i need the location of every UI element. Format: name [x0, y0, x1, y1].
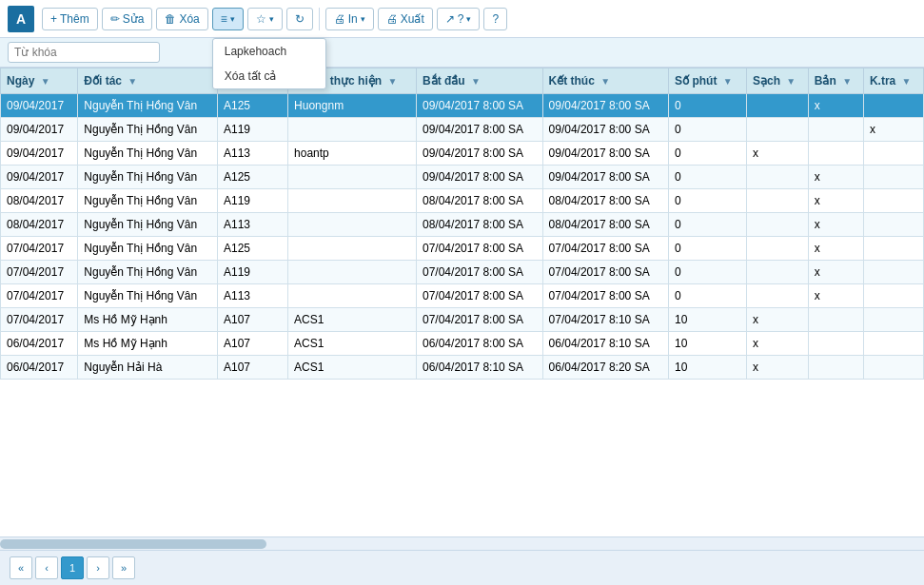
- cell-doitac: Nguyễn Thị Hồng Vân: [78, 213, 218, 237]
- filter-batdau-icon[interactable]: ▼: [471, 76, 481, 87]
- cell-sophut: 10: [669, 308, 747, 332]
- cell-phong: A125: [218, 166, 288, 189]
- table-row[interactable]: 09/04/2017Nguyễn Thị Hồng VânA12509/04/2…: [1, 166, 924, 189]
- current-page-button[interactable]: 1: [61, 556, 84, 579]
- first-page-button[interactable]: «: [10, 556, 32, 579]
- cell-nguoithuchien: [288, 284, 417, 308]
- cell-doitac: Ms Hồ Mỹ Hạnh: [78, 308, 218, 332]
- prev-page-button[interactable]: ‹: [35, 556, 58, 579]
- cell-sach: [746, 94, 808, 118]
- cell-ban: [808, 308, 863, 332]
- xem-button[interactable]: 🖨 In ▾: [325, 8, 374, 30]
- content-area: Ngày ▼ Đối tác ▼ Phòng ▼ Người thực hi: [0, 68, 924, 585]
- cell-ban: x: [808, 237, 863, 261]
- filter-nguoithuchien-icon[interactable]: ▼: [387, 76, 397, 87]
- them-label: Thêm: [60, 12, 89, 26]
- cell-ketthuc: 07/04/2017 8:00 SA: [542, 284, 669, 308]
- xuat-button[interactable]: ↗ ? ▾: [437, 8, 481, 30]
- table-row[interactable]: 09/04/2017Nguyễn Thị Hồng VânA125Huongnm…: [1, 94, 924, 118]
- next-page-button[interactable]: ›: [87, 556, 109, 579]
- cell-phong: A119: [218, 118, 288, 142]
- cell-ketthuc: 09/04/2017 8:00 SA: [542, 118, 669, 142]
- dropdown-xoatatca[interactable]: Xóa tất cả: [213, 64, 325, 88]
- cell-nguoithuchien: [288, 189, 417, 213]
- cell-sach: [746, 189, 808, 213]
- filter-doitac-icon[interactable]: ▼: [128, 76, 137, 87]
- refresh-button[interactable]: ↻: [286, 8, 313, 30]
- xem-label: In: [348, 12, 358, 26]
- cell-doitac: Ms Hồ Mỹ Hạnh: [78, 332, 218, 356]
- table-row[interactable]: 07/04/2017Nguyễn Thị Hồng VânA11907/04/2…: [1, 261, 924, 284]
- cell-phong: A125: [218, 237, 288, 261]
- cell-ban: [808, 332, 863, 356]
- cell-ktra: [863, 189, 923, 213]
- cell-phong: A125: [218, 94, 288, 118]
- in-label: Xuất: [401, 12, 424, 26]
- cell-ban: x: [808, 284, 863, 308]
- cell-sophut: 0: [669, 213, 747, 237]
- cell-sach: [746, 166, 808, 189]
- cell-sach: x: [746, 142, 808, 166]
- cell-sophut: 10: [669, 332, 747, 356]
- xoa-button[interactable]: 🗑 Xóa: [156, 8, 207, 30]
- table-row[interactable]: 07/04/2017Nguyễn Thị Hồng VânA11307/04/2…: [1, 284, 924, 308]
- sua-button[interactable]: ✏ Sửa: [102, 8, 153, 30]
- dropdown-lapkehoach[interactable]: Lapkehoach: [213, 39, 325, 64]
- cell-ban: x: [808, 213, 863, 237]
- cell-sophut: 0: [669, 118, 747, 142]
- in-button[interactable]: 🖨 Xuất: [378, 8, 433, 30]
- cell-batdau: 09/04/2017 8:00 SA: [417, 94, 543, 118]
- table-row[interactable]: 06/04/2017Nguyễn Hải HàA107ACS106/04/201…: [1, 356, 924, 380]
- star-icon: ☆: [256, 12, 266, 26]
- cell-ktra: [863, 284, 923, 308]
- cell-batdau: 07/04/2017 8:00 SA: [417, 237, 543, 261]
- xuat-label: ?: [458, 12, 464, 26]
- cell-ketthuc: 09/04/2017 8:00 SA: [542, 166, 669, 189]
- pagination: « ‹ 1 › »: [0, 550, 924, 585]
- scroll-thumb[interactable]: [0, 539, 266, 549]
- cell-sophut: 0: [669, 237, 747, 261]
- search-input[interactable]: [8, 42, 160, 63]
- cell-phong: A119: [218, 189, 288, 213]
- table-row[interactable]: 08/04/2017Nguyễn Thị Hồng VânA11308/04/2…: [1, 213, 924, 237]
- last-page-button[interactable]: »: [112, 556, 135, 579]
- filter-sach-icon[interactable]: ▼: [786, 76, 796, 87]
- table-row[interactable]: 06/04/2017Ms Hồ Mỹ HạnhA107ACS106/04/201…: [1, 332, 924, 356]
- table-row[interactable]: 08/04/2017Nguyễn Thị Hồng VânA11908/04/2…: [1, 189, 924, 213]
- table-row[interactable]: 07/04/2017Ms Hồ Mỹ HạnhA107ACS107/04/201…: [1, 308, 924, 332]
- cell-sach: [746, 213, 808, 237]
- table-row[interactable]: 07/04/2017Nguyễn Thị Hồng VânA12507/04/2…: [1, 237, 924, 261]
- xem-chevron: ▾: [361, 14, 365, 24]
- cell-ketthuc: 09/04/2017 8:00 SA: [542, 94, 669, 118]
- table-row[interactable]: 09/04/2017Nguyễn Thị Hồng VânA11909/04/2…: [1, 118, 924, 142]
- next-icon: ›: [96, 562, 100, 574]
- filter-ban-icon[interactable]: ▼: [842, 76, 852, 87]
- cell-sach: [746, 261, 808, 284]
- horizontal-scrollbar[interactable]: [0, 536, 924, 550]
- filter-ktra-icon[interactable]: ▼: [902, 76, 912, 87]
- menu-dropdown: Lapkehoach Xóa tất cả: [212, 38, 326, 89]
- help-button[interactable]: ?: [483, 8, 507, 30]
- cell-batdau: 07/04/2017 8:00 SA: [417, 261, 543, 284]
- cell-ngay: 09/04/2017: [1, 118, 78, 142]
- edit-icon: ✏: [110, 12, 120, 26]
- star-button[interactable]: ☆ ▾: [247, 8, 283, 30]
- table-row[interactable]: 09/04/2017Nguyễn Thị Hồng VânA113hoantp0…: [1, 142, 924, 166]
- menu-button[interactable]: ≡ ▾: [212, 8, 244, 30]
- cell-sach: x: [746, 356, 808, 380]
- cell-ngay: 09/04/2017: [1, 94, 78, 118]
- filter-sophut-icon[interactable]: ▼: [723, 76, 733, 87]
- filter-ketthuc-icon[interactable]: ▼: [600, 76, 610, 87]
- star-chevron: ▾: [269, 14, 274, 24]
- cell-batdau: 09/04/2017 8:00 SA: [417, 142, 543, 166]
- cell-ngay: 06/04/2017: [1, 332, 78, 356]
- menu-chevron: ▾: [230, 14, 235, 24]
- filter-ngay-icon[interactable]: ▼: [41, 76, 50, 87]
- cell-ketthuc: 07/04/2017 8:10 SA: [542, 308, 669, 332]
- cell-nguoithuchien: hoantp: [288, 142, 417, 166]
- cell-sophut: 10: [669, 356, 747, 380]
- them-button[interactable]: + Thêm: [42, 8, 98, 30]
- last-icon: »: [121, 562, 127, 574]
- current-page-number: 1: [69, 562, 75, 574]
- main-layout: Ngày ▼ Đối tác ▼ Phòng ▼ Người thực hi: [0, 38, 924, 585]
